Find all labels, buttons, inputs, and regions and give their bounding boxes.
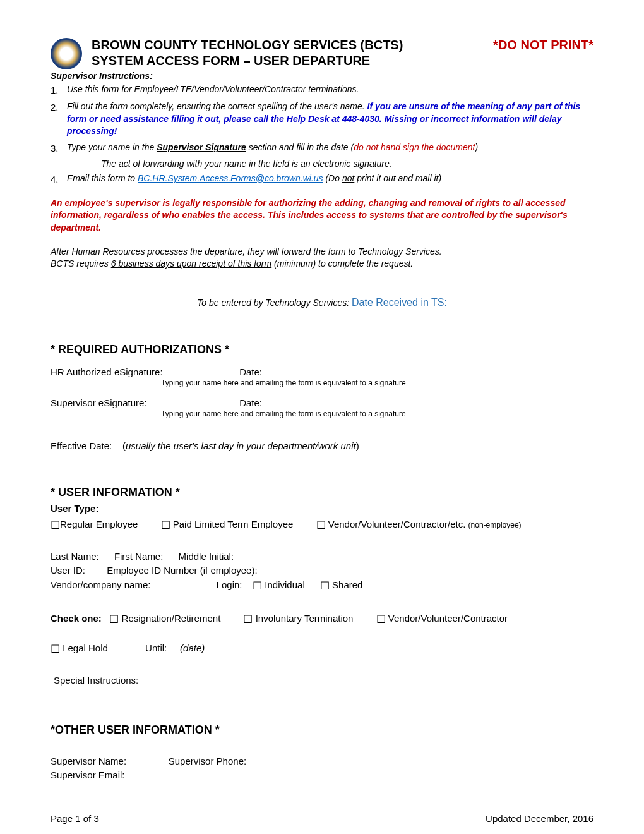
user-type-heading: User Type:: [51, 503, 593, 514]
instruction-num: 3.: [51, 142, 67, 155]
checkbox-vendor[interactable]: ☐ Vendor/Volunteer/Contractor/etc. (non-…: [316, 519, 522, 532]
checkbox-icon: ☐: [320, 579, 330, 593]
after-hr-text: After Human Resources processes the depa…: [51, 246, 593, 270]
checkbox-regular-employee[interactable]: ☐Regular Employee: [51, 519, 138, 532]
instruction-1: 1. Use this form for Employee/LTE/Vendor…: [51, 83, 593, 97]
instruction-4: 4. Email this form to BC.HR.System.Acces…: [51, 172, 593, 186]
email-link[interactable]: BC.HR.System.Access.Forms@co.brown.wi.us: [138, 173, 323, 183]
form-header: BROWN COUNTY TECHNOLOGY SERVICES (BCTS) …: [51, 38, 593, 70]
checkbox-icon: ☐: [316, 519, 326, 532]
supervisor-phone-field[interactable]: Supervisor Phone:: [169, 756, 246, 766]
check-one-label: Check one:: [51, 613, 102, 624]
supervisor-esignature-label[interactable]: Supervisor eSignature:: [51, 397, 237, 408]
page-number: Page 1 of 3: [51, 813, 99, 824]
hr-esignature-note: Typing your name here and emailing the f…: [161, 378, 593, 387]
instruction-num: 1.: [51, 83, 67, 97]
checkbox-legal-hold[interactable]: ☐ Legal Hold: [51, 643, 108, 656]
supervisor-email-field[interactable]: Supervisor Email:: [51, 770, 125, 780]
ts-label: To be entered by Technology Services:: [197, 298, 352, 308]
user-id-field[interactable]: User ID:: [51, 564, 85, 578]
until-date-placeholder: (date): [180, 643, 205, 653]
supervisor-esignature-note: Typing your name here and emailing the f…: [161, 409, 593, 418]
header-titles: BROWN COUNTY TECHNOLOGY SERVICES (BCTS) …: [92, 38, 593, 68]
middle-initial-field[interactable]: Middle Initial:: [179, 550, 234, 564]
hr-date-label[interactable]: Date:: [239, 366, 262, 377]
sub-title: SYSTEM ACCESS FORM – USER DEPARTURE: [92, 54, 593, 68]
legal-hold-row: ☐ Legal Hold Until: (date): [51, 643, 593, 656]
hr-esignature-row: HR Authorized eSignature: Date:: [51, 366, 593, 377]
county-seal-icon: [51, 38, 82, 70]
user-information-heading: * USER INFORMATION *: [51, 486, 593, 499]
check-one-row: Check one: ☐ Resignation/Retirement ☐ In…: [51, 613, 593, 626]
required-authorizations-heading: * REQUIRED AUTHORIZATIONS *: [51, 343, 593, 356]
updated-date: Updated December, 2016: [486, 813, 593, 824]
instruction-3: 3. Type your name in the Supervisor Sign…: [51, 142, 593, 155]
checkbox-vendor-contractor[interactable]: ☐ Vendor/Volunteer/Contractor: [376, 613, 508, 626]
supervisor-name-field[interactable]: Supervisor Name:: [51, 756, 126, 766]
checkbox-icon: ☐: [109, 613, 119, 626]
instruction-text: Email this form to BC.HR.System.Access.F…: [67, 172, 593, 186]
checkbox-icon: ☐: [51, 643, 60, 656]
legal-responsibility-text: An employee's supervisor is legally resp…: [51, 197, 593, 234]
supervisor-info: Supervisor Name: Supervisor Phone: Super…: [51, 754, 593, 783]
user-type-options: ☐Regular Employee ☐ Paid Limited Term Em…: [51, 519, 593, 532]
login-label: Login:: [217, 579, 242, 590]
instructions-list: 1. Use this form for Employee/LTE/Vendor…: [51, 83, 593, 186]
checkbox-icon: ☐: [161, 519, 170, 532]
instruction-3-sub: The act of forwarding with your name in …: [101, 159, 593, 169]
effective-date-row: Effective Date: (usually the user's last…: [51, 440, 593, 451]
hr-esignature-label[interactable]: HR Authorized eSignature:: [51, 366, 237, 377]
main-title: BROWN COUNTY TECHNOLOGY SERVICES (BCTS): [92, 38, 403, 52]
supervisor-esignature-row: Supervisor eSignature: Date:: [51, 397, 593, 408]
ts-date-received: To be entered by Technology Services: Da…: [51, 297, 593, 308]
checkbox-paid-lte[interactable]: ☐ Paid Limited Term Employee: [161, 519, 294, 532]
vendor-company-field[interactable]: Vendor/company name:: [51, 579, 150, 590]
other-user-information-heading: *OTHER USER INFORMATION *: [51, 723, 593, 737]
instruction-num: 4.: [51, 172, 67, 186]
ts-date-field[interactable]: Date Received in TS:: [352, 297, 447, 308]
special-instructions-field[interactable]: Special Instructions:: [54, 675, 593, 686]
first-name-field[interactable]: First Name:: [114, 550, 164, 564]
vendor-row: Vendor/company name: Login: ☐ Individual…: [51, 579, 593, 593]
instruction-text: Fill out the form completely, ensuring t…: [67, 100, 593, 138]
employee-id-field[interactable]: Employee ID Number (if employee):: [107, 564, 257, 578]
effective-date-label[interactable]: Effective Date:: [51, 440, 112, 451]
checkbox-icon: ☐: [51, 519, 60, 532]
checkbox-icon: ☐: [243, 613, 253, 626]
checkbox-icon: ☐: [376, 613, 386, 626]
checkbox-resignation[interactable]: ☐ Resignation/Retirement: [109, 613, 220, 626]
checkbox-icon: ☐: [253, 579, 262, 593]
instruction-num: 2.: [51, 100, 67, 138]
last-name-field[interactable]: Last Name:: [51, 550, 99, 564]
instruction-text: Use this form for Employee/LTE/Vendor/Vo…: [67, 83, 593, 97]
checkbox-involuntary[interactable]: ☐ Involuntary Termination: [243, 613, 353, 626]
supervisor-instructions-label: Supervisor Instructions:: [51, 71, 593, 81]
instruction-text: Type your name in the Supervisor Signatu…: [67, 142, 593, 155]
checkbox-individual[interactable]: ☐ Individual: [253, 579, 305, 593]
instruction-2: 2. Fill out the form completely, ensurin…: [51, 100, 593, 138]
page-footer: Page 1 of 3 Updated December, 2016: [51, 813, 593, 824]
until-label[interactable]: Until:: [145, 643, 167, 653]
effective-date-note: usually the user's last day in your depa…: [126, 440, 356, 451]
checkbox-shared[interactable]: ☐ Shared: [320, 579, 363, 593]
supervisor-date-label[interactable]: Date:: [239, 397, 262, 408]
do-not-print-label: *DO NOT PRINT*: [493, 38, 593, 52]
name-fields-row: Last Name: First Name: Middle Initial: U…: [51, 550, 593, 578]
